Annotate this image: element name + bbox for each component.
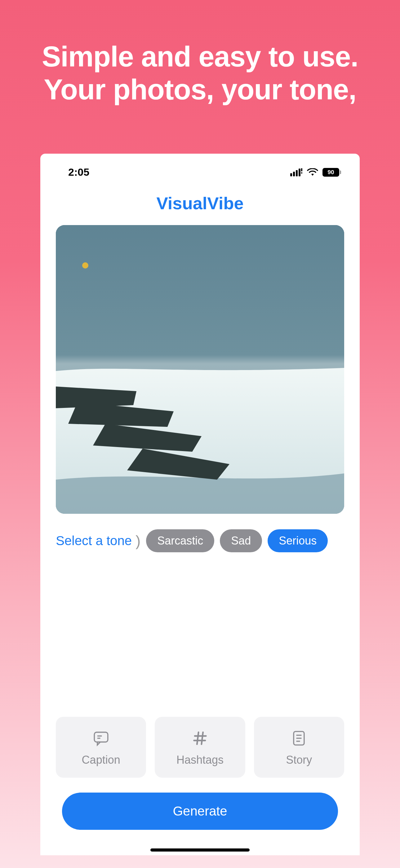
battery-level: 90: [328, 169, 334, 176]
svg-line-18: [202, 732, 203, 744]
svg-rect-3: [299, 168, 300, 176]
document-icon: [290, 729, 308, 747]
status-time: 2:05: [68, 166, 89, 178]
option-hashtags-label: Hashtags: [176, 753, 224, 767]
status-bar: 2:05 90: [40, 154, 360, 184]
svg-rect-5: [301, 172, 302, 174]
tone-chip-sad[interactable]: Sad: [220, 529, 262, 552]
svg-rect-0: [290, 173, 292, 176]
svg-line-17: [197, 732, 198, 744]
battery-indicator: 90: [323, 168, 341, 177]
svg-point-7: [82, 262, 88, 269]
phone-frame: 2:05 90 VisualVibe: [40, 154, 360, 855]
output-options: Caption Hashtags Story: [56, 717, 344, 778]
tone-chip-sarcastic[interactable]: Sarcastic: [146, 529, 214, 552]
home-indicator[interactable]: [151, 848, 249, 851]
option-story-label: Story: [286, 753, 312, 767]
app-title: VisualVibe: [40, 193, 360, 213]
chat-icon: [92, 729, 110, 747]
svg-rect-2: [296, 170, 298, 176]
svg-rect-4: [301, 168, 302, 172]
tone-selector: Select a tone ) Sarcastic Sad Serious: [56, 529, 344, 552]
tone-label: Select a tone: [56, 533, 132, 548]
hash-icon: [191, 729, 209, 747]
svg-rect-12: [94, 732, 108, 742]
cellular-icon: [290, 168, 303, 176]
option-story[interactable]: Story: [254, 717, 344, 778]
generate-button[interactable]: Generate: [62, 793, 338, 830]
option-hashtags[interactable]: Hashtags: [155, 717, 245, 778]
tone-chip-serious[interactable]: Serious: [268, 529, 328, 552]
option-caption-label: Caption: [82, 753, 120, 767]
tone-scroll-peek: ): [135, 532, 140, 550]
status-right: 90: [290, 168, 341, 177]
option-caption[interactable]: Caption: [56, 717, 146, 778]
wifi-icon: [307, 168, 318, 176]
svg-rect-1: [293, 172, 295, 176]
uploaded-photo[interactable]: [56, 225, 344, 514]
promo-headline: Simple and easy to use. Your photos, you…: [0, 0, 400, 106]
